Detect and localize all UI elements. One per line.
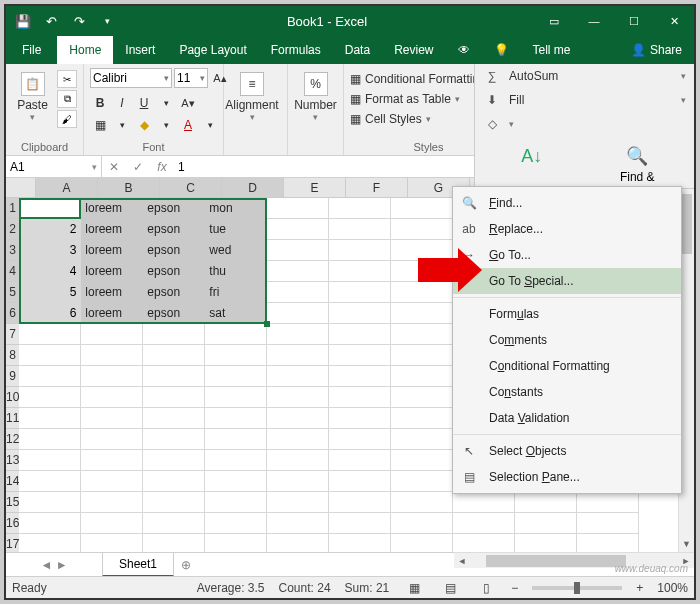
cell[interactable] xyxy=(205,345,267,366)
menu-constants[interactable]: Constants xyxy=(453,379,681,405)
cell[interactable] xyxy=(19,324,81,345)
fill-more-icon[interactable]: ▾ xyxy=(156,115,176,135)
normal-view-icon[interactable]: ▦ xyxy=(403,580,425,596)
cell[interactable]: 4 xyxy=(19,261,81,282)
page-layout-view-icon[interactable]: ▤ xyxy=(439,580,461,596)
row-header[interactable]: 11 xyxy=(6,408,19,429)
cell[interactable] xyxy=(267,450,329,471)
tab-formulas[interactable]: Formulas xyxy=(259,36,333,64)
tab-file[interactable]: File xyxy=(6,36,57,64)
cell[interactable] xyxy=(81,471,143,492)
font-name-select[interactable]: Calibri▾ xyxy=(90,68,172,88)
cell[interactable] xyxy=(391,408,453,429)
cell[interactable] xyxy=(143,345,205,366)
row-header[interactable]: 2 xyxy=(6,219,19,240)
row-header[interactable]: 13 xyxy=(6,450,19,471)
cell[interactable] xyxy=(143,324,205,345)
cell[interactable] xyxy=(19,408,81,429)
cell[interactable] xyxy=(205,492,267,513)
cell[interactable] xyxy=(329,303,391,324)
cell[interactable] xyxy=(81,429,143,450)
cell[interactable] xyxy=(267,345,329,366)
cell[interactable]: 2 xyxy=(19,219,81,240)
ribbon-options-icon[interactable]: ▭ xyxy=(534,6,574,36)
cell[interactable] xyxy=(205,366,267,387)
cell[interactable] xyxy=(143,534,205,552)
cell[interactable] xyxy=(391,450,453,471)
minimize-button[interactable]: — xyxy=(574,6,614,36)
tab-view-icon[interactable]: 👁 xyxy=(446,36,482,64)
select-all-corner[interactable] xyxy=(6,178,36,198)
menu-conditional-formatting[interactable]: Conditional Formatting xyxy=(453,353,681,379)
cell[interactable] xyxy=(391,513,453,534)
cell[interactable]: loreem xyxy=(81,240,143,261)
cell[interactable] xyxy=(329,345,391,366)
border-more-icon[interactable]: ▾ xyxy=(112,115,132,135)
col-header[interactable]: F xyxy=(346,178,408,197)
cell[interactable] xyxy=(329,513,391,534)
cell[interactable] xyxy=(143,513,205,534)
cell[interactable] xyxy=(267,534,329,552)
row-header[interactable]: 17 xyxy=(6,534,19,552)
cell[interactable] xyxy=(81,366,143,387)
cell[interactable] xyxy=(329,492,391,513)
cell[interactable] xyxy=(329,282,391,303)
col-header[interactable]: D xyxy=(222,178,284,197)
cell[interactable] xyxy=(267,198,329,219)
cell[interactable] xyxy=(391,387,453,408)
row-header[interactable]: 7 xyxy=(6,324,19,345)
cell[interactable] xyxy=(19,534,81,552)
col-header[interactable]: A xyxy=(36,178,98,197)
cell[interactable] xyxy=(19,366,81,387)
cut-icon[interactable]: ✂ xyxy=(57,70,77,88)
menu-comments[interactable]: Comments xyxy=(453,327,681,353)
menu-select-objects[interactable]: ↖Select Objects xyxy=(453,438,681,464)
cell[interactable] xyxy=(143,387,205,408)
italic-icon[interactable]: I xyxy=(112,93,132,113)
cell[interactable] xyxy=(267,261,329,282)
cell[interactable] xyxy=(205,450,267,471)
cell[interactable]: epson xyxy=(143,261,205,282)
cell[interactable] xyxy=(267,471,329,492)
enter-formula-icon[interactable]: ✓ xyxy=(126,160,150,174)
cell-styles-button[interactable]: ▦Cell Styles▾ xyxy=(350,110,431,128)
row-header[interactable]: 5 xyxy=(6,282,19,303)
cell[interactable] xyxy=(391,492,453,513)
cell[interactable] xyxy=(143,492,205,513)
cell[interactable] xyxy=(19,450,81,471)
row-header[interactable]: 15 xyxy=(6,492,19,513)
tab-data[interactable]: Data xyxy=(333,36,382,64)
cell[interactable] xyxy=(453,534,515,552)
tab-review[interactable]: Review xyxy=(382,36,445,64)
row-header[interactable]: 8 xyxy=(6,345,19,366)
cell[interactable] xyxy=(143,366,205,387)
cancel-formula-icon[interactable]: ✕ xyxy=(102,160,126,174)
cell[interactable] xyxy=(143,408,205,429)
tab-page-layout[interactable]: Page Layout xyxy=(167,36,258,64)
cell[interactable] xyxy=(329,324,391,345)
cell[interactable] xyxy=(391,471,453,492)
zoom-out-icon[interactable]: − xyxy=(511,581,518,595)
format-as-table-button[interactable]: ▦Format as Table▾ xyxy=(350,90,460,108)
cell[interactable] xyxy=(205,513,267,534)
cell[interactable] xyxy=(329,366,391,387)
cell[interactable]: epson xyxy=(143,303,205,324)
cell[interactable] xyxy=(19,471,81,492)
sort-filter-button[interactable]: A↓ xyxy=(483,140,581,184)
cell[interactable]: epson xyxy=(143,240,205,261)
tab-tellme[interactable]: Tell me xyxy=(521,36,583,64)
cell[interactable] xyxy=(267,492,329,513)
cell[interactable] xyxy=(391,324,453,345)
bold-icon[interactable]: B xyxy=(90,93,110,113)
fill-button[interactable]: ⬇Fill▾ xyxy=(475,88,694,112)
cell[interactable] xyxy=(205,387,267,408)
row-header[interactable]: 3 xyxy=(6,240,19,261)
cell[interactable]: fri xyxy=(205,282,267,303)
cell[interactable] xyxy=(81,534,143,552)
underline-icon[interactable]: U xyxy=(134,93,154,113)
row-header[interactable]: 10 xyxy=(6,387,19,408)
row-header[interactable]: 6 xyxy=(6,303,19,324)
sheet-tab[interactable]: Sheet1 xyxy=(102,553,174,577)
cell[interactable] xyxy=(267,240,329,261)
cell[interactable]: thu xyxy=(205,261,267,282)
